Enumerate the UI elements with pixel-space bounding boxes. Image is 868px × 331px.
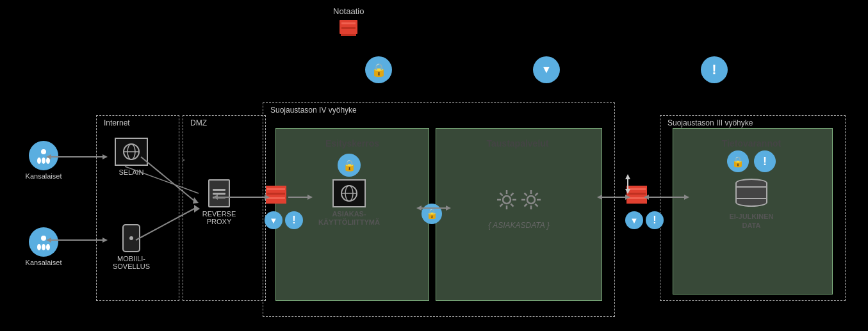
asiakas-lock-icon: 🔒 <box>338 154 361 177</box>
notation-label: Notaatio <box>333 6 364 16</box>
gear-icon-1 <box>496 189 518 211</box>
tietovarannot-title: Tietovarannot <box>684 138 819 149</box>
svg-line-21 <box>511 193 513 196</box>
fw2-filter-icon: ▼ <box>625 211 643 229</box>
svg-point-5 <box>37 244 41 250</box>
zone-sv4-label: Suojaustason IV vyöhyke <box>268 106 359 115</box>
svg-point-23 <box>527 196 535 204</box>
asiakas-group: 🔒 ASIAKAS-KÄYTTÖLIITTYMÄ <box>288 154 410 227</box>
diagram-container: Notaatio 🔒 ▼ ! Internet DMZ Suojaustason… <box>0 0 868 331</box>
citizen-bottom-group: Kansalaiset <box>18 227 69 266</box>
tietovar-icons-row: 🔒 ! <box>684 150 819 172</box>
selain-icon <box>115 138 148 166</box>
citizen-top-label: Kansalaiset <box>18 172 69 180</box>
middle-lock-icon: 🔒 <box>422 204 442 224</box>
svg-point-7 <box>46 244 50 250</box>
svg-marker-57 <box>625 174 630 179</box>
selain-group: SELAIN <box>106 138 157 176</box>
svg-point-6 <box>42 244 45 250</box>
citizen-bottom-label: Kansalaiset <box>18 259 69 266</box>
svg-line-29 <box>535 204 537 206</box>
svg-line-28 <box>525 193 527 196</box>
legend-filter-icon: ▼ <box>533 56 560 83</box>
tietovar-lock-icon: 🔒 <box>727 150 749 172</box>
tietovar-alert-icon: ! <box>754 150 776 172</box>
zone-internet-label: Internet <box>102 118 132 127</box>
svg-point-2 <box>42 157 45 164</box>
zone-sv3-label: Suojaustason III vyöhyke <box>666 118 755 127</box>
selain-label: SELAIN <box>106 168 157 176</box>
firewall-1-group <box>266 186 286 204</box>
reverse-proxy-label: REVERSEPROXY <box>193 210 245 225</box>
citizen-top-group: Kansalaiset <box>18 141 69 180</box>
svg-line-31 <box>525 204 527 206</box>
svg-line-20 <box>511 204 513 206</box>
esityskerros-title: Esityskerros <box>288 138 416 149</box>
firewall-1-icon <box>266 186 286 204</box>
gear-icon-2 <box>520 189 542 211</box>
reverse-proxy-server-icon <box>208 179 230 207</box>
mobiili-icon <box>122 224 140 252</box>
main-diagram: Internet DMZ Suojaustason IV vyöhyke Suo… <box>13 102 858 320</box>
citizen-bottom-icon <box>29 227 58 257</box>
mobiili-group: MOBIILI-SOVELLUS <box>109 224 154 270</box>
svg-point-3 <box>46 157 50 164</box>
firewall-2-icon <box>626 186 647 204</box>
svg-line-19 <box>500 193 503 196</box>
firewall-2-group <box>626 186 647 204</box>
asiakas-globe-icon <box>332 179 366 207</box>
database-icon <box>735 179 767 207</box>
asiakas-label: ASIAKAS-KÄYTTÖLIITTYMÄ <box>288 210 410 227</box>
citizen-top-icon <box>29 141 58 170</box>
zone-dmz-label: DMZ <box>188 118 209 127</box>
legend-lock-icon: 🔒 <box>365 56 392 83</box>
tietovarannot-content: 🔒 ! EI-JULKINENDATA <box>684 150 819 230</box>
asiakasdata-label: { ASIAKASDATA } <box>448 221 589 230</box>
notation-area: Notaatio <box>333 6 364 34</box>
mobiili-label: MOBIILI-SOVELLUS <box>109 255 154 270</box>
svg-line-22 <box>500 204 503 206</box>
svg-point-14 <box>503 196 511 204</box>
svg-line-30 <box>535 193 537 196</box>
legend-alert-icon: ! <box>701 56 728 83</box>
lock-center: 🔒 <box>422 204 442 224</box>
reverse-proxy-group: REVERSEPROXY <box>193 179 245 225</box>
ei-julkinen-label: EI-JULKINENDATA <box>684 212 819 230</box>
fw1-filter-icon: ▼ <box>265 211 283 229</box>
gear-icons-row <box>448 189 589 211</box>
svg-point-1 <box>37 157 41 164</box>
fw2-icons-row: ▼ ! <box>625 211 664 229</box>
taustapalvelut-title: Taustapalvelut <box>447 138 588 149</box>
taustapalvelut-content: { ASIAKASDATA } <box>448 176 589 230</box>
fw2-alert-icon: ! <box>646 211 664 229</box>
svg-point-0 <box>41 149 46 154</box>
legend-icons-row: 🔒 ▼ ! <box>365 56 728 83</box>
svg-point-4 <box>41 236 46 241</box>
firewall-notation-icon <box>340 20 357 34</box>
